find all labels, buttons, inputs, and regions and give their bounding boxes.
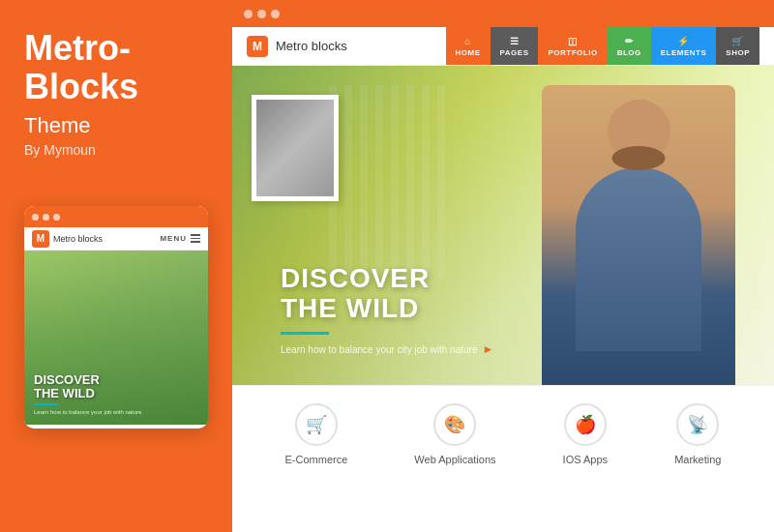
mobile-mockup: M Metro blocks MENU DISCOVER THE WILD Le… <box>24 206 208 429</box>
mobile-hero: DISCOVER THE WILD Learn how to balance y… <box>24 251 208 425</box>
ecommerce-icon: 🛒 <box>306 414 327 435</box>
icon-ios: 🍎 IOS Apps <box>563 403 608 465</box>
hero-blue-line <box>281 332 329 335</box>
nav-home-label: HOME <box>456 48 481 57</box>
mobile-hero-subtext: Learn how to balance your job with natur… <box>34 409 141 415</box>
nav-shop[interactable]: 🛒 SHOP <box>716 27 759 65</box>
webapps-icon-circle: 🎨 <box>433 403 476 446</box>
nav-home[interactable]: ⌂ HOME <box>446 27 491 65</box>
nav-elements-label: ELEMENTS <box>661 48 707 57</box>
site-logo-icon: M <box>247 36 268 57</box>
mobile-logo-icon: M <box>32 230 49 248</box>
hero-subtext: Learn how to balance your city job with … <box>281 342 493 356</box>
site-header: M Metro blocks ⌂ HOME ☰ PAGES ◫ PORTFOLI… <box>232 27 774 66</box>
ios-label: IOS Apps <box>563 454 608 465</box>
marketing-icon-circle: 📡 <box>676 403 719 446</box>
mobile-menu-area: MENU <box>160 234 200 243</box>
hero-person-image <box>542 85 735 385</box>
webapps-label: Web Applications <box>414 454 495 465</box>
browser-mockup: M Metro blocks ⌂ HOME ☰ PAGES ◫ PORTFOLI… <box>232 0 774 532</box>
nav-blog[interactable]: ✏ BLOG <box>608 27 651 65</box>
site-hero: DISCOVER THE WILD Learn how to balance y… <box>232 66 774 385</box>
mobile-logo-text: Metro blocks <box>53 234 103 244</box>
theme-author: By Mymoun <box>24 142 208 158</box>
blog-icon: ✏ <box>625 36 634 46</box>
hero-frame <box>252 95 339 201</box>
person-body <box>576 167 701 351</box>
mobile-blue-line <box>34 403 58 405</box>
ecommerce-label: E-Commerce <box>285 454 348 465</box>
icon-webapps: 🎨 Web Applications <box>414 403 495 465</box>
browser-content: M Metro blocks ⌂ HOME ☰ PAGES ◫ PORTFOLI… <box>232 27 774 532</box>
hero-frame-image <box>256 100 334 196</box>
hero-arrow-icon: ► <box>482 342 493 356</box>
browser-dot-1 <box>244 10 253 18</box>
left-panel: Metro- Blocks Theme By Mymoun M Metro bl… <box>0 0 232 532</box>
person-chin <box>612 146 666 170</box>
theme-title: Metro- Blocks <box>24 29 208 105</box>
mobile-dot-2 <box>43 214 49 221</box>
hamburger-icon <box>191 234 200 243</box>
browser-dot-2 <box>257 10 266 18</box>
site-nav: ⌂ HOME ☰ PAGES ◫ PORTFOLIO ✏ BLOG ⚡ EL <box>446 27 759 65</box>
shop-icon: 🛒 <box>731 36 744 46</box>
browser-chrome <box>232 0 774 27</box>
nav-pages-label: PAGES <box>500 48 529 57</box>
mobile-dot-3 <box>53 214 60 221</box>
nav-portfolio-label: PORTFOLIO <box>548 48 597 57</box>
marketing-icon: 📡 <box>687 414 708 435</box>
mobile-top-bar <box>24 206 208 227</box>
hero-discover-text: DISCOVER THE WILD <box>281 264 493 324</box>
mobile-dot-1 <box>32 214 39 221</box>
ios-icon-circle: 🍎 <box>564 403 607 446</box>
theme-subtitle: Theme <box>24 113 208 138</box>
home-icon: ⌂ <box>464 36 471 46</box>
nav-shop-label: SHOP <box>726 48 750 57</box>
nav-elements[interactable]: ⚡ ELEMENTS <box>651 27 717 65</box>
marketing-label: Marketing <box>674 454 721 465</box>
ios-icon: 🍎 <box>575 414 596 435</box>
site-logo-text: Metro blocks <box>276 39 347 53</box>
nav-blog-label: BLOG <box>617 48 641 57</box>
icon-marketing: 📡 Marketing <box>674 403 721 465</box>
pages-icon: ☰ <box>510 36 520 46</box>
portfolio-icon: ◫ <box>568 36 578 46</box>
hero-text-block: DISCOVER THE WILD Learn how to balance y… <box>281 264 493 356</box>
mobile-discover-text: DISCOVER THE WILD <box>34 373 141 401</box>
mobile-hero-text: DISCOVER THE WILD Learn how to balance y… <box>34 373 141 416</box>
mobile-logo-row: M Metro blocks <box>32 230 103 248</box>
mobile-menu-label: MENU <box>160 234 187 243</box>
bottom-icons: 🛒 E-Commerce 🎨 Web Applications 🍎 IOS Ap… <box>232 385 774 482</box>
icon-ecommerce: 🛒 E-Commerce <box>285 403 348 465</box>
nav-portfolio[interactable]: ◫ PORTFOLIO <box>538 27 607 65</box>
nav-pages[interactable]: ☰ PAGES <box>491 27 539 65</box>
person-head <box>608 100 670 163</box>
webapps-icon: 🎨 <box>444 414 465 435</box>
mobile-nav: M Metro blocks MENU <box>24 227 208 251</box>
ecommerce-icon-circle: 🛒 <box>295 403 338 446</box>
browser-dot-3 <box>271 10 280 18</box>
elements-icon: ⚡ <box>677 36 690 46</box>
